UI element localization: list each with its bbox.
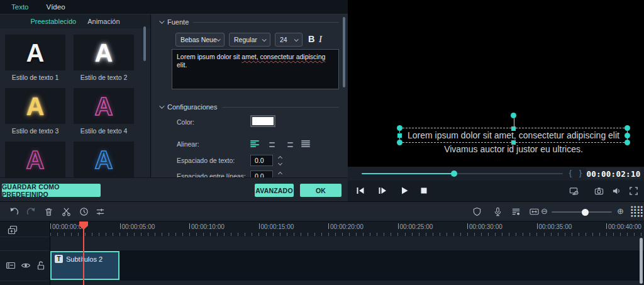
audio-mixer-icon[interactable] bbox=[511, 207, 521, 216]
timeline-vertical-scrollbar[interactable] bbox=[640, 238, 643, 284]
italic-button[interactable]: I bbox=[319, 34, 322, 45]
spin-up-icon[interactable] bbox=[277, 155, 282, 160]
app-window: Texto Vídeo Preestablecido Animación A E… bbox=[0, 0, 644, 285]
redo-icon[interactable] bbox=[26, 207, 36, 216]
subtab-preestablecido[interactable]: Preestablecido bbox=[30, 18, 76, 25]
preset-item[interactable]: A Estilo de texto 2 bbox=[74, 35, 134, 81]
text-spacing-stepper[interactable] bbox=[276, 155, 284, 166]
collapse-chevron-icon bbox=[159, 103, 164, 108]
timeline-ruler[interactable]: 00:00:00:00 00:00:05:00 00:00:10:00 00:0… bbox=[50, 221, 644, 237]
fuente-section-header[interactable]: Fuente bbox=[159, 18, 339, 26]
resize-handle-bottom-left[interactable] bbox=[397, 140, 402, 145]
preset-thumbnail: A bbox=[26, 94, 45, 119]
timeline-empty-row[interactable] bbox=[50, 237, 644, 250]
adjust-sliders-icon[interactable] bbox=[96, 207, 105, 216]
snapshot-camera-icon[interactable] bbox=[594, 186, 604, 196]
marker-shield-icon[interactable] bbox=[472, 207, 482, 216]
section-divider bbox=[193, 22, 339, 23]
resize-handle-bottom-right[interactable] bbox=[625, 140, 630, 145]
seek-thumb[interactable] bbox=[451, 170, 457, 177]
stop-button[interactable] bbox=[419, 186, 429, 196]
presets-scrollbar[interactable] bbox=[143, 26, 146, 61]
zoom-slider-thumb[interactable] bbox=[582, 209, 589, 216]
settings-scrollbar[interactable] bbox=[343, 17, 345, 87]
chevron-down-icon bbox=[294, 37, 299, 42]
duration-clock-icon[interactable] bbox=[79, 207, 89, 216]
ok-button[interactable]: OK bbox=[300, 184, 341, 197]
spin-down-icon[interactable] bbox=[277, 160, 282, 165]
preset-item[interactable]: A bbox=[5, 142, 65, 177]
preview-screen[interactable]: Lorem ipsum dolor sit amet, consectetur … bbox=[348, 0, 644, 167]
add-track-icon[interactable] bbox=[7, 225, 18, 236]
action-bar: GUARDAR COMO PREDEFINIDO AVANZADO OK bbox=[0, 177, 348, 201]
record-voiceover-mic-icon[interactable] bbox=[493, 207, 502, 216]
font-style-dropdown[interactable]: Regular bbox=[229, 33, 270, 47]
track-height-icon[interactable]: ⣿⣿ bbox=[630, 204, 643, 217]
preset-item[interactable]: A Estilo de texto 4 bbox=[74, 88, 134, 135]
tab-video[interactable]: Vídeo bbox=[47, 3, 65, 11]
mark-out-icon[interactable]: } bbox=[579, 168, 582, 177]
track-lock-icon[interactable] bbox=[36, 260, 46, 271]
resize-handle-bottom-center[interactable] bbox=[511, 140, 516, 145]
play-button[interactable] bbox=[399, 186, 409, 196]
preset-thumbnail: A bbox=[95, 94, 113, 119]
text-selection-box[interactable]: Lorem ipsum dolor sit amet, consectetur … bbox=[399, 128, 628, 143]
timecode-display: 00:00:02:10 bbox=[586, 168, 641, 179]
tab-texto[interactable]: Texto bbox=[11, 3, 29, 11]
line-spacing-stepper[interactable] bbox=[276, 170, 284, 177]
font-size-dropdown[interactable]: 24 bbox=[275, 33, 303, 47]
align-right-icon[interactable] bbox=[284, 140, 293, 147]
delete-icon[interactable] bbox=[44, 207, 53, 216]
preset-item[interactable]: A bbox=[74, 142, 134, 177]
text-clip-badge: T bbox=[55, 255, 63, 263]
align-label: Alinear: bbox=[177, 140, 199, 148]
line-spacing-input[interactable]: 0.0 bbox=[250, 170, 273, 177]
bold-button[interactable]: B bbox=[308, 34, 314, 44]
resize-handle-top-right[interactable] bbox=[625, 125, 630, 131]
track-visibility-eye-icon[interactable] bbox=[21, 260, 31, 271]
chevron-down-icon bbox=[216, 37, 221, 42]
zoom-in-icon[interactable]: ⊕ bbox=[617, 206, 624, 216]
zoom-out-icon[interactable]: ⊖ bbox=[541, 206, 548, 216]
preset-item[interactable]: A Estilo de texto 3 bbox=[5, 88, 65, 135]
rotate-handle[interactable] bbox=[511, 113, 516, 118]
align-center-icon[interactable] bbox=[267, 140, 276, 147]
text-content-input[interactable]: Lorem ipsum dolor sit amet, consectetur … bbox=[172, 49, 339, 89]
chevron-down-icon bbox=[262, 37, 267, 42]
text-run: Lorem ipsum dolor sit bbox=[177, 53, 242, 60]
resize-handle-mid-left[interactable] bbox=[397, 133, 402, 138]
align-left-icon[interactable] bbox=[250, 140, 259, 147]
display-settings-icon[interactable] bbox=[569, 186, 579, 196]
resize-handle-mid-right[interactable] bbox=[625, 133, 630, 138]
save-preset-button[interactable]: GUARDAR COMO PREDEFINIDO bbox=[2, 184, 101, 197]
subtitle-clip[interactable]: T Subtítulos 2 bbox=[50, 251, 119, 280]
resize-handle-top-left[interactable] bbox=[397, 125, 402, 131]
spin-up-icon[interactable] bbox=[277, 171, 282, 176]
fullscreen-icon[interactable] bbox=[629, 186, 638, 196]
color-swatch[interactable] bbox=[250, 115, 275, 127]
configuraciones-section-header[interactable]: Configuraciones bbox=[159, 103, 339, 111]
undo-icon[interactable] bbox=[9, 207, 19, 216]
subtitle-track[interactable] bbox=[50, 250, 644, 281]
playhead-line[interactable] bbox=[83, 221, 84, 285]
volume-icon[interactable] bbox=[612, 186, 621, 196]
preset-thumbnail: A bbox=[26, 40, 45, 65]
fit-timeline-icon[interactable] bbox=[529, 207, 540, 216]
font-family-dropdown[interactable]: Bebas Neue bbox=[175, 33, 225, 47]
timeline-zoom-slider[interactable] bbox=[552, 211, 612, 213]
preset-thumbnail: A bbox=[95, 40, 113, 65]
track-type-film-icon[interactable] bbox=[6, 260, 16, 271]
align-justify-icon[interactable] bbox=[301, 140, 310, 147]
preset-item[interactable]: A Estilo de texto 1 bbox=[5, 35, 65, 81]
mark-in-icon[interactable]: { bbox=[569, 168, 572, 177]
split-scissors-icon[interactable] bbox=[62, 207, 71, 216]
preset-label: Estilo de texto 4 bbox=[74, 127, 134, 135]
text-spacing-input[interactable]: 0.0 bbox=[250, 155, 273, 166]
next-frame-button[interactable] bbox=[377, 186, 387, 196]
previous-frame-button[interactable] bbox=[355, 186, 365, 196]
transport-row bbox=[348, 181, 644, 201]
subtab-animacion[interactable]: Animación bbox=[87, 18, 119, 25]
seek-bar[interactable] bbox=[362, 173, 563, 174]
advanced-button[interactable]: AVANZADO bbox=[255, 184, 294, 197]
resize-handle-top-center[interactable] bbox=[511, 126, 516, 131]
